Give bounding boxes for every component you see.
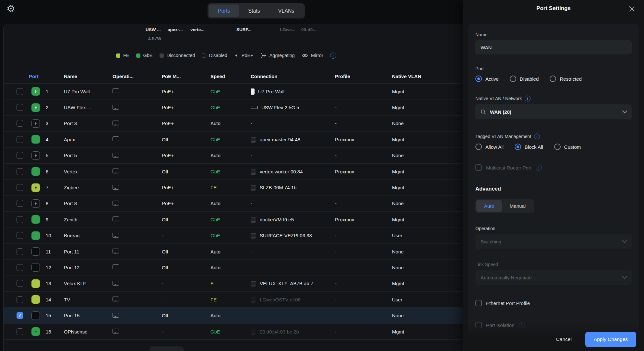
port-name: Port 11: [64, 249, 113, 254]
port-status-icon: [31, 295, 40, 304]
row-checkbox[interactable]: ✓: [17, 232, 23, 239]
connection-name: vertex-worker 00:84: [260, 169, 303, 174]
connection-icon: [251, 88, 255, 95]
radio-disabled[interactable]: Disabled: [510, 76, 539, 82]
port-name: Port 15: [64, 313, 113, 318]
row-checkbox[interactable]: ✓: [17, 152, 23, 159]
row-checkbox[interactable]: ✓: [17, 88, 23, 95]
name-input[interactable]: WAN: [475, 40, 632, 54]
speed-value: E: [210, 281, 251, 286]
fe-swatch: [116, 53, 120, 58]
column-header-operation[interactable]: Operati...: [113, 74, 134, 79]
poe-mode: Off: [162, 313, 210, 318]
link-speed-label: Link Speed: [475, 262, 632, 267]
port-device-label: LGwe...: [280, 27, 295, 32]
switch-device-icon: [113, 329, 119, 333]
connection-name: SLZB-06M 74:1b: [260, 185, 296, 190]
column-header-profile[interactable]: Profile: [335, 74, 350, 79]
row-checkbox[interactable]: ✓: [17, 168, 23, 175]
port-settings-drawer: Port Settings Name WAN Port Active Disab…: [463, 0, 644, 351]
close-icon[interactable]: [629, 6, 635, 13]
speed-value: GbE: [210, 329, 251, 334]
connection-name: USW Flex 2.5G 5: [261, 105, 299, 110]
row-checkbox[interactable]: ✓: [17, 264, 23, 271]
row-checkbox[interactable]: ✓: [17, 312, 23, 319]
row-checkbox[interactable]: ✓: [17, 216, 23, 223]
port-name: Port 8: [64, 201, 113, 206]
column-header-native-vlan[interactable]: Native VLAN: [392, 74, 421, 79]
pagination-pill[interactable]: [149, 346, 184, 351]
radio-block-all[interactable]: Block All: [515, 144, 543, 150]
column-header-poe-mode[interactable]: PoE M...: [162, 74, 181, 79]
port-state-label: Port: [475, 66, 632, 71]
column-header-speed[interactable]: Speed: [210, 74, 225, 79]
switch-device-icon: [113, 201, 119, 205]
row-checkbox[interactable]: ✓: [17, 136, 23, 143]
port-name: Bureau: [64, 233, 113, 238]
tab-vlans[interactable]: VLANs: [269, 5, 304, 17]
port-name: Velux KLF: [64, 281, 113, 286]
mirror-eye-icon: [302, 53, 308, 58]
checkbox-box: [475, 164, 482, 171]
connection-icon: [251, 106, 258, 109]
row-checkbox[interactable]: ✓: [17, 104, 23, 111]
speed-value: GbE: [210, 233, 251, 238]
cancel-button[interactable]: Cancel: [556, 336, 572, 342]
ethernet-port-profile-checkbox[interactable]: Ethernet Port Profile: [475, 300, 632, 306]
switch-device-icon: [113, 297, 119, 301]
tab-ports[interactable]: Ports: [209, 5, 239, 17]
row-checkbox[interactable]: ✓: [17, 248, 23, 255]
tagged-vlan-info-icon[interactable]: i: [534, 134, 540, 139]
connection-icon: [251, 137, 256, 142]
switch-device-icon: [113, 264, 119, 269]
port-number: 11: [42, 249, 64, 254]
profile-value: -: [335, 249, 392, 254]
radio-active[interactable]: Active: [475, 76, 499, 82]
radio-dot: [515, 144, 521, 150]
row-checkbox[interactable]: ✓: [17, 184, 23, 191]
port-state-radio-group: Active Disabled Restricted: [475, 76, 632, 82]
row-checkbox[interactable]: ✓: [17, 280, 23, 287]
port-status-icon: [31, 103, 40, 112]
settings-gear-icon[interactable]: ⚙: [6, 4, 15, 14]
radio-custom[interactable]: Custom: [554, 144, 581, 150]
port-number: 14: [42, 297, 64, 302]
row-checkbox[interactable]: ✓: [17, 120, 23, 127]
speed-value: FE: [210, 297, 251, 302]
port-number: 7: [42, 185, 64, 190]
row-checkbox[interactable]: ✓: [17, 296, 23, 303]
segment-auto[interactable]: Auto: [476, 200, 502, 212]
poe-mode: -: [162, 233, 210, 238]
tab-stats[interactable]: Stats: [239, 5, 269, 17]
search-icon: [481, 109, 486, 115]
legend-info-icon[interactable]: i: [330, 53, 336, 59]
port-number: 10: [42, 233, 64, 238]
port-name: Zenith: [64, 217, 113, 222]
radio-allow-all[interactable]: Allow All: [475, 144, 504, 150]
column-header-port[interactable]: Port: [29, 74, 39, 79]
chevron-down-icon: [622, 111, 627, 113]
radio-restricted[interactable]: Restricted: [550, 76, 582, 82]
connection-name: 00:d0:b4:03:be:2b: [260, 329, 299, 334]
speed-value: Auto: [210, 121, 251, 126]
speed-value: Auto: [210, 265, 251, 270]
aggregating-icon: [260, 53, 267, 58]
native-vlan-select[interactable]: WAN (20): [475, 104, 632, 119]
connection-name: -: [251, 265, 252, 270]
profile-value: -: [335, 121, 392, 126]
column-header-name[interactable]: Name: [64, 74, 77, 79]
switch-device-icon: [113, 281, 119, 286]
native-vlan-info-icon[interactable]: i: [525, 96, 531, 101]
port-number: 13: [42, 281, 64, 286]
port-number: 1: [42, 89, 64, 94]
advanced-heading: Advanced: [475, 186, 632, 192]
port-number: 8: [42, 201, 64, 206]
row-checkbox[interactable]: ✓: [17, 200, 23, 207]
poe-mode: PoE+: [162, 201, 210, 206]
segment-manual[interactable]: Manual: [502, 200, 533, 212]
apply-changes-button[interactable]: Apply Changes: [585, 332, 636, 347]
port-status-icon: [31, 247, 40, 256]
column-header-connection[interactable]: Connection: [251, 74, 278, 79]
switch-device-icon: [113, 88, 119, 93]
row-checkbox[interactable]: ✓: [17, 328, 23, 335]
